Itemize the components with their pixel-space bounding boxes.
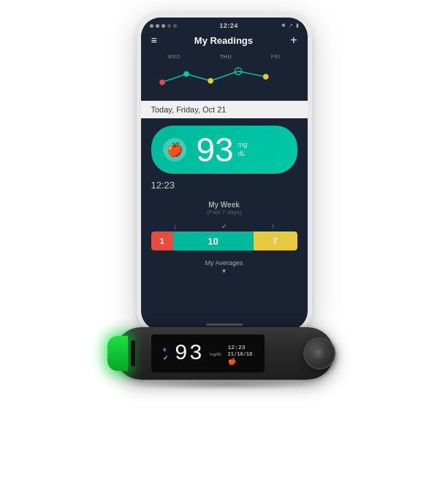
glucose-value: 93 [197,133,234,166]
averages-label: My Averages [205,259,243,267]
my-week-subtitle: (Past 7 days) [151,209,297,215]
normal-arrow: ✓ [221,223,227,230]
screen-reading: 93 [175,342,204,364]
svg-point-5 [262,74,268,80]
signal-dot-3 [162,24,165,28]
screen-unit: mg/dL [210,352,222,357]
chart-area: WED THU FRI [141,51,308,101]
apple-emoji: 🍎 [167,142,183,158]
glucose-unit: mg dL [238,141,248,158]
chart-label-wed: WED [167,54,181,59]
battery-icon: ▮ [296,23,299,28]
signal-dot-5 [173,24,177,28]
high-bar: 7 [254,231,297,250]
page-title: My Readings [194,35,253,46]
week-arrows: ↓ ✓ ↑ [151,223,297,230]
status-time: 12:24 [219,22,238,29]
my-week-section: My Week (Past 7 days) [151,201,297,215]
screen-unit-col: mg/dL [210,350,222,357]
screen-left-col: ʙ ✓ [163,346,169,361]
svg-point-3 [208,78,213,84]
strip-slot [131,340,135,367]
glucose-chart [148,61,300,96]
device-dial[interactable] [303,337,335,369]
screen-time: 12:23 [228,344,253,350]
screen-date: 21/10/18 [228,351,253,357]
chart-label-thu: THU [220,54,232,59]
unit-bottom: dL [238,150,248,158]
svg-point-1 [159,80,165,85]
device-body: ʙ ✓ 93 mg/dL 12:23 21/10/18 🍎 [115,327,334,380]
signal-dot-2 [156,24,159,28]
my-averages[interactable]: My Averages ▼ [151,255,297,275]
normal-bar: 10 [173,231,254,250]
add-reading-button[interactable]: + [290,34,297,47]
date-bar: Today, Friday, Oct 21 [141,101,308,118]
week-bars: 1 10 7 [151,231,297,250]
high-arrow: ↑ [272,223,276,230]
low-arrow: ↓ [173,223,177,230]
reading-section: 🍎 93 mg dL 12:23 My Week (Past 7 days) ↓ [141,118,308,321]
unit-top: mg [238,141,248,150]
status-dots [150,24,177,28]
status-icons: ✱ ↗ ▮ [281,23,299,28]
chart-labels: WED THU FRI [148,54,300,59]
glucometer-device: ʙ ✓ 93 mg/dL 12:23 21/10/18 🍎 [111,327,338,400]
averages-chevron: ▼ [151,268,297,275]
phone: 12:24 ✱ ↗ ▮ ≡ My Readings + WED THU FRI [137,13,312,334]
signal-dot-4 [167,24,171,28]
status-bar: 12:24 ✱ ↗ ▮ [141,18,308,31]
check-symbol: ✓ [163,354,169,361]
date-text: Today, Friday, Oct 21 [151,105,227,114]
led-indicator [107,336,128,371]
device-shadow [122,380,327,390]
screen-glucose-value: 93 [175,342,204,364]
dial-inner [312,346,327,361]
menu-button[interactable]: ≡ [151,34,157,46]
scene: 12:24 ✱ ↗ ▮ ≡ My Readings + WED THU FRI [0,0,448,498]
screen-meta: 12:23 21/10/18 🍎 [228,342,253,365]
screen-meal-icon: 🍎 [228,358,253,365]
bluetooth-icon: ✱ [281,23,286,28]
chart-label-fri: FRI [271,54,281,59]
home-bar [206,323,243,326]
header-bar: ≡ My Readings + [141,31,308,51]
device-screen: ʙ ✓ 93 mg/dL 12:23 21/10/18 🍎 [151,334,265,372]
low-bar: 1 [151,231,173,250]
meal-icon: 🍎 [163,138,186,161]
svg-point-2 [183,72,189,77]
my-week-title: My Week [151,201,297,209]
bluetooth-symbol: ʙ [163,346,167,353]
wifi-icon: ↗ [289,23,293,28]
glucose-card: 🍎 93 mg dL [151,126,297,174]
signal-dot-1 [150,24,153,28]
reading-time: 12:23 [151,180,297,191]
